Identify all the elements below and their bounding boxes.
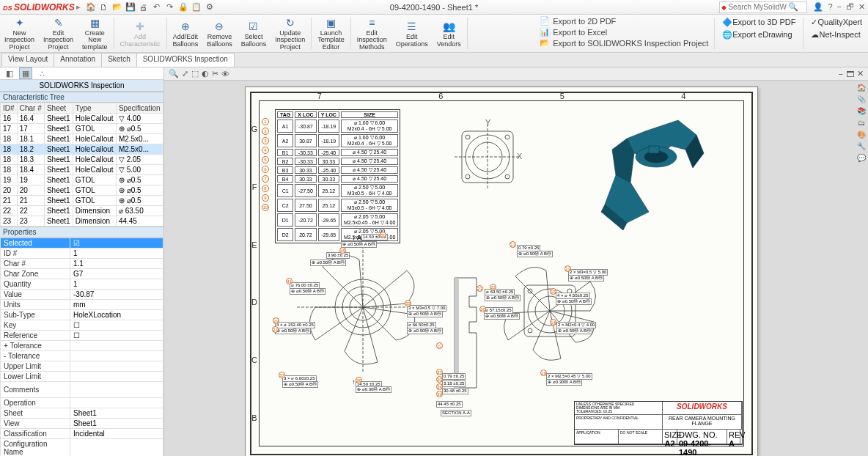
hide-show-icon[interactable]: 👁 bbox=[221, 70, 229, 78]
property-value[interactable]: ☐ bbox=[70, 331, 163, 341]
dimension-callout[interactable]: 3.18 ±0.25 bbox=[442, 380, 466, 387]
property-value[interactable] bbox=[70, 382, 163, 398]
balloon[interactable]: 33 bbox=[405, 300, 411, 306]
balloon[interactable]: 1 bbox=[262, 118, 269, 125]
ribbon-button[interactable]: ✦New Inspection Project bbox=[0, 15, 39, 52]
display-style-icon[interactable]: ◐ bbox=[202, 69, 209, 78]
home-pane-icon[interactable]: 🏠 bbox=[856, 82, 867, 92]
ribbon-button[interactable]: ⊕Add/Edit Balloons bbox=[169, 15, 203, 52]
properties-grid[interactable]: Selected☑ID #1Char #1.1Char ZoneG7Quanti… bbox=[0, 238, 163, 456]
balloon[interactable]: 37 bbox=[279, 372, 285, 378]
balloon[interactable]: 4 bbox=[262, 147, 269, 154]
balloon[interactable]: C bbox=[436, 342, 443, 349]
balloon[interactable]: 29 bbox=[273, 317, 279, 324]
property-row[interactable]: Quantity1 bbox=[1, 279, 163, 290]
balloon[interactable]: 14 bbox=[550, 319, 556, 326]
property-row[interactable]: Sub-TypeHoleXLocation bbox=[1, 310, 163, 320]
ribbon-button[interactable]: ⊖Remove Balloons bbox=[202, 15, 237, 52]
dimension-callout[interactable]: SECTION A-A bbox=[441, 410, 471, 416]
undo-icon[interactable]: ↶ bbox=[151, 1, 163, 13]
property-value[interactable]: G7 bbox=[70, 269, 163, 279]
ribbon-button[interactable]: ✎Edit Inspection Project bbox=[39, 15, 78, 52]
dimension-callout[interactable]: ⊕ ⌀0.50Ⓜ A Bⓜ bbox=[310, 260, 346, 266]
ribbon-link[interactable]: ☁Net-Inspect bbox=[811, 30, 862, 40]
property-value[interactable] bbox=[70, 439, 163, 457]
property-value[interactable]: ☐ bbox=[70, 320, 163, 331]
table-row[interactable]: 1818.1Sheet1HoleCalloutM2.5x0... bbox=[1, 134, 163, 144]
property-row[interactable]: ClassificationIncidental bbox=[1, 429, 163, 439]
balloon[interactable]: 10 bbox=[262, 204, 269, 211]
balloon[interactable]: 20 bbox=[436, 376, 443, 383]
balloon[interactable]: 2 bbox=[262, 128, 269, 135]
dimension-callout[interactable]: 3.96 ±0.25 bbox=[326, 252, 350, 259]
home-icon[interactable]: 🏠 bbox=[85, 1, 97, 13]
panel-tab-config-icon[interactable]: ⛬ bbox=[35, 67, 48, 79]
ribbon-button[interactable]: ▣Launch Template Editor bbox=[313, 15, 349, 52]
balloon[interactable]: 19 bbox=[540, 369, 547, 376]
property-value[interactable] bbox=[70, 341, 163, 351]
table-row[interactable]: 2121Sheet1GTOL⊕ ⌀0.5 bbox=[1, 196, 163, 206]
property-value[interactable] bbox=[70, 398, 163, 408]
dimension-callout[interactable]: ⊕ ⌀0.50Ⓜ A Bⓜ bbox=[407, 311, 443, 317]
search-input[interactable] bbox=[728, 3, 787, 11]
balloon[interactable]: 20 bbox=[479, 306, 486, 312]
property-value[interactable]: ☑ bbox=[70, 238, 163, 249]
minimize-icon[interactable]: − bbox=[837, 2, 842, 12]
balloon[interactable]: 50 bbox=[380, 232, 386, 238]
ribbon-link[interactable]: 🌐Export eDrawing bbox=[722, 30, 795, 40]
dimension-callout[interactable]: ⊕ ⌀0.50Ⓜ A Bⓜ bbox=[282, 381, 318, 388]
property-row[interactable]: ViewSheet1 bbox=[1, 419, 163, 429]
property-value[interactable] bbox=[70, 361, 163, 372]
property-row[interactable]: + Tolerance bbox=[1, 341, 163, 351]
panel-tab-props-icon[interactable]: ▦ bbox=[19, 67, 32, 79]
search-icon[interactable]: 🔍 bbox=[788, 2, 798, 12]
ribbon-link[interactable]: 📂Export to SOLIDWORKS Inspection Project bbox=[540, 38, 708, 48]
table-row[interactable]: 2222Sheet1Dimension⌀ 63.50 bbox=[1, 206, 163, 216]
resources-icon[interactable]: 📎 bbox=[856, 94, 867, 104]
rebuild-icon[interactable]: 🔒 bbox=[177, 1, 189, 13]
dimension-callout[interactable]: ⊕ ⌀0.30Ⓜ A Bⓜ bbox=[546, 379, 582, 386]
balloon[interactable]: 21 bbox=[477, 285, 483, 292]
explorer-icon[interactable]: 🗂 bbox=[856, 117, 867, 128]
column-header[interactable]: Type bbox=[73, 103, 116, 114]
property-row[interactable]: Char ZoneG7 bbox=[1, 269, 163, 279]
ribbon-link[interactable]: 🔷Export to 3D PDF bbox=[722, 18, 795, 27]
property-row[interactable]: Key☐ bbox=[1, 320, 163, 331]
table-row[interactable]: 1818.4Sheet1HoleCallout▽ 5.00 bbox=[1, 165, 163, 175]
dimension-callout[interactable]: 30.48 ±0.25 bbox=[442, 388, 468, 394]
balloon[interactable]: 7 bbox=[262, 175, 269, 183]
view-orient-icon[interactable]: ⬚ bbox=[191, 69, 199, 78]
help-icon[interactable]: ? bbox=[828, 2, 832, 12]
new-icon[interactable]: 🗋 bbox=[98, 1, 110, 13]
property-row[interactable]: SheetSheet1 bbox=[1, 408, 163, 419]
doc-close-icon[interactable]: ✕ bbox=[857, 69, 864, 78]
balloon[interactable]: 22 bbox=[490, 284, 496, 290]
balloon[interactable]: 9 bbox=[262, 194, 269, 202]
property-value[interactable]: 1.1 bbox=[70, 259, 163, 269]
properties-icon[interactable]: 🔧 bbox=[856, 141, 867, 151]
property-row[interactable]: Char #1.1 bbox=[1, 259, 163, 269]
dimension-callout[interactable]: ⊕ ⌀0.50Ⓜ A Bⓜ bbox=[407, 328, 443, 334]
property-value[interactable]: Sheet1 bbox=[70, 419, 163, 429]
ribbon-button[interactable]: ☑Select Balloons bbox=[237, 15, 271, 52]
table-row[interactable]: 1717Sheet1GTOL⊕ ⌀0.5 bbox=[1, 124, 163, 134]
property-row[interactable]: Value-30.87 bbox=[1, 290, 163, 300]
save-icon[interactable]: 💾 bbox=[125, 1, 136, 13]
property-row[interactable]: Selected☑ bbox=[1, 238, 163, 249]
property-value[interactable] bbox=[70, 372, 163, 382]
panel-tab-tree-icon[interactable]: ◧ bbox=[3, 67, 16, 79]
ribbon-button[interactable]: 👥Edit Vendors bbox=[433, 15, 466, 52]
restore-icon[interactable]: 🗗 bbox=[846, 2, 854, 12]
property-row[interactable]: Lower Limit bbox=[1, 372, 163, 382]
balloon[interactable]: 27 bbox=[436, 369, 443, 375]
dimension-callout[interactable]: ⊕ ⌀0.50Ⓜ A Bⓜ bbox=[556, 298, 592, 305]
command-tab[interactable]: SOLIDWORKS Inspection bbox=[136, 53, 235, 67]
balloon[interactable]: 5 bbox=[262, 156, 269, 163]
column-header[interactable]: Specification bbox=[116, 103, 163, 114]
property-row[interactable]: Reference☐ bbox=[1, 331, 163, 341]
zoom-fit-icon[interactable]: 🔍 bbox=[169, 69, 179, 78]
column-header[interactable]: ID# bbox=[1, 103, 18, 114]
property-row[interactable]: Upper Limit bbox=[1, 361, 163, 372]
appearances-icon[interactable]: 🎨 bbox=[856, 129, 867, 139]
ribbon-link[interactable]: ✓QualityXpert bbox=[811, 18, 862, 27]
